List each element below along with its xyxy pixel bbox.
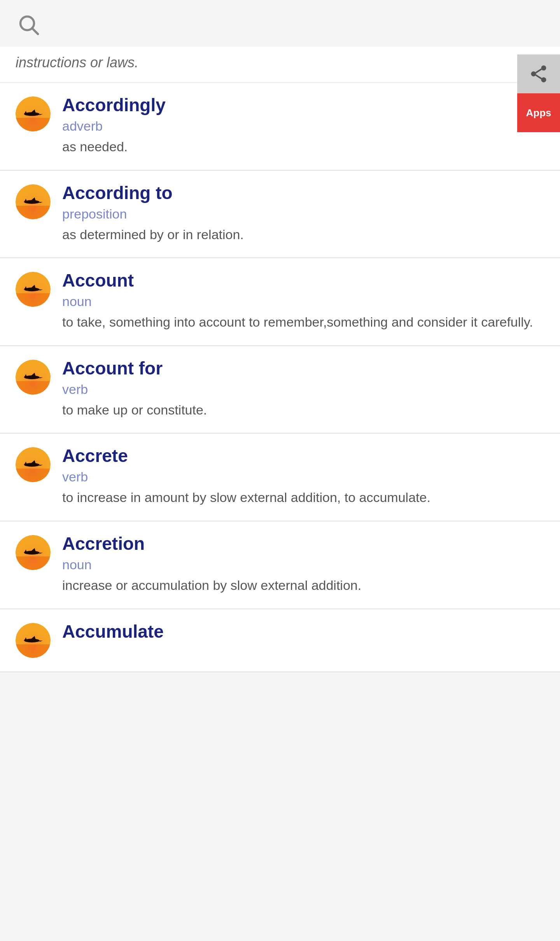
entry-content: According toprepositionas determined by …: [62, 182, 544, 244]
entry-icon: [16, 184, 51, 219]
list-item[interactable]: Accordinglyadverbas needed.: [0, 83, 560, 171]
apps-button[interactable]: Apps: [517, 93, 560, 132]
svg-line-6: [536, 75, 542, 79]
list-item[interactable]: Accumulate: [0, 609, 560, 672]
entry-content: Accumulate: [62, 621, 544, 645]
svg-rect-33: [16, 381, 51, 395]
search-icon[interactable]: [16, 12, 43, 39]
entry-icon: [16, 535, 51, 570]
list-item[interactable]: Accretionnounincrease or accumulation by…: [0, 521, 560, 609]
entry-icon: [16, 447, 51, 482]
floating-buttons: Apps: [517, 54, 560, 132]
entry-content: Accretionnounincrease or accumulation by…: [62, 533, 544, 595]
top-bar: [0, 0, 560, 47]
entry-definition: as determined by or in relation.: [62, 226, 544, 244]
svg-rect-57: [16, 644, 51, 658]
list-item[interactable]: Accountnounto take, something into accou…: [0, 258, 560, 346]
entry-definition: to increase in amount by slow external a…: [62, 488, 544, 507]
entry-pos: verb: [62, 382, 544, 397]
entry-definition: to make up or constitute.: [62, 401, 544, 420]
svg-point-4: [541, 77, 546, 82]
entry-pos: adverb: [62, 119, 544, 134]
entry-icon: [16, 272, 51, 307]
svg-point-3: [531, 72, 536, 77]
partial-entry: instructions or laws.: [0, 47, 560, 83]
entry-content: Account forverbto make up or constitute.: [62, 358, 544, 420]
entry-icon: [16, 96, 51, 131]
entry-definition: as needed.: [62, 138, 544, 156]
svg-line-5: [536, 69, 542, 73]
apps-label: Apps: [526, 107, 551, 119]
list-item[interactable]: Account forverbto make up or constitute.: [0, 346, 560, 434]
entry-content: Accreteverbto increase in amount by slow…: [62, 445, 544, 507]
svg-rect-25: [16, 293, 51, 307]
entry-icon: [16, 360, 51, 395]
entry-title: Accrete: [62, 445, 544, 466]
entry-title: Account for: [62, 358, 544, 379]
svg-rect-49: [16, 556, 51, 570]
entry-definition: to take, something into account to remem…: [62, 313, 544, 332]
entry-content: Accordinglyadverbas needed.: [62, 94, 544, 156]
entry-pos: preposition: [62, 206, 544, 222]
entry-pos: noun: [62, 294, 544, 309]
entry-title: According to: [62, 182, 544, 203]
entry-title: Accordingly: [62, 94, 544, 115]
entry-definition: increase or accumulation by slow externa…: [62, 576, 544, 595]
entry-pos: verb: [62, 469, 544, 484]
svg-rect-17: [16, 206, 51, 219]
entry-icon: [16, 623, 51, 658]
entry-pos: noun: [62, 557, 544, 572]
list-item[interactable]: Accreteverbto increase in amount by slow…: [0, 434, 560, 521]
entries-list: Accordinglyadverbas needed. According to…: [0, 83, 560, 672]
entry-title: Accretion: [62, 533, 544, 554]
list-item[interactable]: According toprepositionas determined by …: [0, 171, 560, 259]
partial-text: instructions or laws.: [16, 54, 138, 70]
entry-title: Account: [62, 270, 544, 291]
svg-line-1: [33, 29, 38, 34]
entry-content: Accountnounto take, something into accou…: [62, 270, 544, 332]
share-button[interactable]: [517, 54, 560, 93]
svg-point-2: [541, 65, 546, 70]
entry-title: Accumulate: [62, 621, 544, 642]
svg-rect-41: [16, 469, 51, 482]
svg-rect-9: [16, 118, 51, 131]
